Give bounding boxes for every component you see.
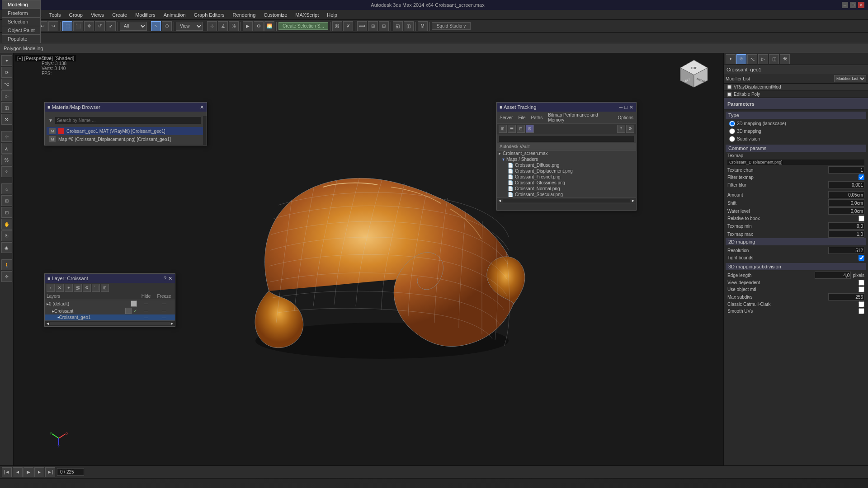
array-btn[interactable]: ⊞ xyxy=(368,21,378,31)
unlink-btn[interactable]: ✗ xyxy=(343,21,353,31)
redo-button[interactable]: ↪ xyxy=(48,21,58,31)
scroll-left-btn[interactable]: ◄ xyxy=(46,321,50,326)
asset-close-btn[interactable]: ✕ xyxy=(629,104,633,110)
asset-tb-settings[interactable]: ⚙ xyxy=(626,125,634,133)
modify-panel-btn[interactable]: ⟳ xyxy=(1,67,12,78)
scroll-thumb[interactable] xyxy=(50,322,170,325)
go-end-btn[interactable]: ►| xyxy=(45,467,55,477)
frame-counter[interactable]: 0 / 225 xyxy=(57,468,84,476)
filter-blur-input[interactable] xyxy=(828,181,864,188)
layers-scrollbar[interactable]: ◄ ► xyxy=(45,320,175,326)
move-button[interactable]: ✥ xyxy=(84,21,94,31)
type-3d-input[interactable] xyxy=(729,128,735,134)
render-setup-btn[interactable]: ⚙ xyxy=(254,21,264,31)
asset-file-0-4[interactable]: 📄Croissant_Normal.png xyxy=(497,186,636,192)
asset-scroll-left[interactable]: ◄ xyxy=(498,198,502,203)
filter-texmap-checkbox[interactable] xyxy=(859,174,864,180)
mode-tab-object-paint[interactable]: Object Paint xyxy=(2,26,41,34)
create-panel-btn[interactable]: ✦ xyxy=(1,55,12,66)
modifier-editable-poly[interactable]: 🔲 Editable Poly xyxy=(724,91,868,98)
max-subdivs-input[interactable] xyxy=(828,293,864,300)
material-item-0[interactable]: MCroissant_geo1 MAT (VRayMtl) [Croissant… xyxy=(47,127,205,135)
field-of-view-btn[interactable]: ◉ xyxy=(1,242,12,253)
asset-minimize-btn[interactable]: ─ xyxy=(619,104,623,110)
asset-scroll-right[interactable]: ► xyxy=(631,198,635,203)
prev-frame-btn[interactable]: ◄ xyxy=(13,467,23,477)
zoom-extent-btn[interactable]: ⊡ xyxy=(1,207,12,218)
water-level-input[interactable] xyxy=(828,207,864,215)
menu-item-modifiers[interactable]: Modifiers xyxy=(132,11,159,19)
fly-through-btn[interactable]: ✈ xyxy=(1,271,12,282)
walk-through-btn[interactable]: 🚶 xyxy=(1,259,12,270)
angle-snap-btn[interactable]: ∡ xyxy=(218,21,228,31)
asset-tb-4[interactable]: ⊠ xyxy=(526,125,534,133)
mat-editor-btn[interactable]: M xyxy=(418,21,428,31)
asset-root-file[interactable]: ▸Croissant_screen.max xyxy=(497,150,636,156)
percent-snap-btn[interactable]: % xyxy=(229,21,239,31)
smooth-uvs-checkbox[interactable] xyxy=(859,308,864,314)
angle-snap-side-btn[interactable]: ∡ xyxy=(1,143,12,154)
type-2d-radio[interactable]: 2D mapping (landscape) xyxy=(726,120,866,127)
display-btn[interactable]: ◫ xyxy=(1,102,12,113)
window-controls[interactable]: ─ □ ✕ xyxy=(842,2,864,8)
modifier-dropdown[interactable]: Modifier List xyxy=(834,75,866,82)
create-icon-btn[interactable]: ✦ xyxy=(726,54,736,64)
menu-item-rendering[interactable]: Rendering xyxy=(229,11,259,19)
layers-tb-move[interactable]: ↕ xyxy=(47,284,55,292)
type-3d-radio[interactable]: 3D mapping xyxy=(726,127,866,135)
utilities-icon-btn[interactable]: ⚒ xyxy=(780,54,790,64)
rotate-button[interactable]: ↺ xyxy=(95,21,105,31)
layers-close-btn[interactable]: ✕ xyxy=(168,276,172,282)
arc-rotate-btn[interactable]: ↻ xyxy=(1,230,12,241)
asset-tb-help[interactable]: ? xyxy=(617,125,625,133)
texmap-value[interactable]: Croissant_Displacement.png] xyxy=(727,160,864,165)
scale-button[interactable]: ⤢ xyxy=(106,21,116,31)
go-start-btn[interactable]: |◄ xyxy=(2,467,12,477)
timeline-track[interactable] xyxy=(0,479,868,488)
utilities-btn[interactable]: ⚒ xyxy=(1,114,12,125)
menu-item-tools[interactable]: Tools xyxy=(46,11,65,19)
menu-item-customize[interactable]: Customize xyxy=(260,11,291,19)
use-obj-mtl-checkbox[interactable] xyxy=(859,286,864,292)
asset-file-0-1[interactable]: 📄Croissant_Displacement.png xyxy=(497,168,636,174)
menu-item-help[interactable]: Help xyxy=(323,11,341,19)
type-subdiv-radio[interactable]: Subdivision xyxy=(726,135,866,143)
create-selection-btn[interactable]: Create Selection S... xyxy=(278,22,328,30)
menu-item-create[interactable]: Create xyxy=(108,11,131,19)
modifier-vray-disp[interactable]: 🔲 VRayDisplacementMod xyxy=(724,84,868,91)
hierarchy-btn[interactable]: ⌥ xyxy=(1,79,12,89)
menu-item-views[interactable]: Views xyxy=(87,11,108,19)
point-snap-btn[interactable]: ⊹ xyxy=(1,131,12,142)
asset-file-0-2[interactable]: 📄Croissant_Fresnel.png xyxy=(497,174,636,180)
layer-vis-0[interactable] xyxy=(131,300,137,307)
asset-tracking-title[interactable]: ■ Asset Tracking ─ □ ✕ xyxy=(497,103,636,112)
spinner-btn[interactable]: ⟡ xyxy=(1,166,12,177)
mode-tab-selection[interactable]: Selection xyxy=(2,17,41,26)
viewport[interactable]: [+] [Perspective] [Shaded] Total Polys: … xyxy=(14,53,723,465)
render-btn[interactable]: ▶ xyxy=(243,21,253,31)
mode-tab-populate[interactable]: Populate xyxy=(2,34,41,43)
asset-search-input[interactable] xyxy=(499,135,634,142)
play-btn[interactable]: ▶ xyxy=(24,467,33,477)
layer-vis-1[interactable] xyxy=(125,308,132,314)
layer-btn[interactable]: ◱ xyxy=(393,21,403,31)
hierarchy-icon-btn[interactable]: ⌥ xyxy=(747,54,757,64)
type-2d-input[interactable] xyxy=(729,121,735,127)
shift-input[interactable] xyxy=(828,199,864,206)
edge-length-input[interactable] xyxy=(815,272,851,279)
layer-item-0[interactable]: ▸0 (default)—— xyxy=(45,300,175,307)
menu-item-graph-editors[interactable]: Graph Editors xyxy=(190,11,228,19)
maximize-button[interactable]: □ xyxy=(850,2,856,8)
pan-btn[interactable]: ✋ xyxy=(1,219,12,230)
menu-item-group[interactable]: Group xyxy=(65,11,86,19)
amount-input[interactable] xyxy=(828,191,864,198)
asset-tb-2[interactable]: ☰ xyxy=(508,125,516,133)
motion-btn[interactable]: ▷ xyxy=(1,90,12,101)
mat-scrollbar[interactable] xyxy=(203,116,207,145)
motion-icon-btn[interactable]: ▷ xyxy=(758,54,768,64)
snaps-btn[interactable]: ⊹ xyxy=(207,21,217,31)
select-region-button[interactable]: ⬛ xyxy=(73,21,83,31)
layers-tb-extra[interactable]: ⊞ xyxy=(101,284,109,292)
select-mode-btn[interactable]: ↖ xyxy=(151,21,161,31)
select-button[interactable]: ⬚ xyxy=(62,21,72,31)
